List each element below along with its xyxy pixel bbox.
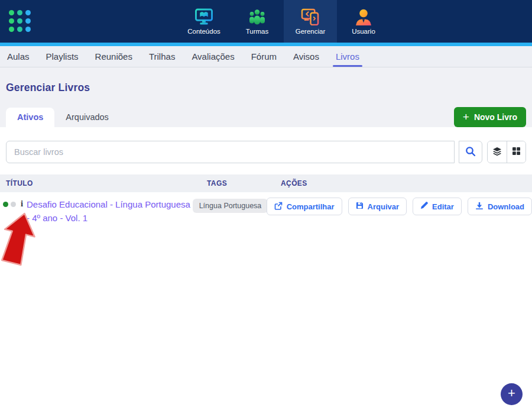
nav-item-turmas[interactable]: Turmas	[231, 0, 284, 43]
devices-code-icon	[301, 8, 320, 25]
subnav-item-avaliacoes[interactable]: Avaliações	[192, 46, 234, 67]
nav-item-usuario[interactable]: Usuario	[337, 0, 390, 43]
subnav-item-trilhas[interactable]: Trilhas	[149, 46, 175, 67]
plus-icon: +	[463, 111, 469, 122]
search-input[interactable]	[6, 141, 455, 163]
tab-arquivados[interactable]: Arquivados	[54, 108, 120, 127]
info-icon[interactable]: i	[16, 198, 23, 209]
nav-item-label: Turmas	[246, 28, 269, 35]
secondary-nav: Aulas Playlists Reuniões Trilhas Avaliaç…	[0, 46, 532, 67]
logo-dot	[9, 27, 14, 32]
subnav-item-aulas[interactable]: Aulas	[7, 46, 30, 67]
edit-label: Editar	[432, 202, 454, 211]
search-row	[0, 141, 532, 163]
monitor-book-icon	[194, 8, 213, 25]
logo-dot	[25, 18, 31, 24]
nav-item-conteudos[interactable]: Conteúdos	[177, 0, 231, 43]
logo-dot	[25, 10, 31, 15]
column-header-acoes: AÇÕES	[281, 179, 532, 187]
grid-view-button[interactable]	[507, 141, 525, 163]
content-panel: TÍTULO TAGS AÇÕES i Desafio Educacional …	[0, 127, 532, 414]
logo-dot	[9, 10, 14, 15]
book-title-link[interactable]: Desafio Educacional - Língua Portuguesa …	[23, 198, 193, 225]
logo-dot	[25, 27, 31, 32]
status-dot-green	[3, 202, 8, 207]
actions-cell: Compartilhar Arquivar Editar Download	[267, 198, 532, 225]
archive-button[interactable]: Arquivar	[348, 198, 407, 215]
plus-icon: +	[508, 387, 515, 400]
fab-add-button[interactable]: +	[501, 383, 523, 405]
list-view-button[interactable]	[488, 141, 507, 163]
app-grid-logo[interactable]	[9, 10, 31, 32]
logo-dot	[17, 10, 22, 15]
new-book-label: Novo Livro	[474, 112, 517, 122]
tags-cell: Língua Portuguesa	[193, 198, 267, 225]
user-icon	[355, 8, 372, 25]
layers-icon	[492, 147, 502, 158]
view-toggle-group	[487, 141, 526, 163]
subnav-item-avisos[interactable]: Avisos	[293, 46, 319, 67]
nav-item-label: Conteúdos	[187, 28, 220, 35]
save-icon	[356, 202, 364, 211]
pencil-icon	[420, 202, 428, 211]
table-header: TÍTULO TAGS AÇÕES	[0, 174, 532, 192]
main-nav: Conteúdos Turmas	[177, 0, 390, 43]
page-header-section: Gerenciar Livros Ativos Arquivados + Nov…	[0, 67, 532, 127]
subnav-item-playlists[interactable]: Playlists	[46, 46, 79, 67]
people-icon	[248, 8, 267, 25]
edit-button[interactable]: Editar	[413, 198, 462, 215]
tabs: Ativos Arquivados	[6, 108, 120, 127]
grid-icon	[512, 147, 521, 157]
logo-dot	[17, 27, 22, 32]
page-title: Gerenciar Livros	[0, 82, 532, 94]
download-icon	[475, 202, 484, 212]
download-label: Download	[488, 202, 524, 211]
column-header-tags: TAGS	[207, 179, 281, 187]
nav-item-label: Gerenciar	[296, 28, 326, 35]
tabs-row: Ativos Arquivados + Novo Livro	[0, 107, 532, 127]
tab-ativos[interactable]: Ativos	[6, 108, 54, 127]
logo-dot	[17, 18, 22, 24]
share-label: Compartilhar	[287, 202, 335, 211]
title-cell: i Desafio Educacional - Língua Portugues…	[0, 198, 193, 225]
status-dots	[3, 198, 16, 207]
search-icon	[465, 146, 476, 159]
nav-item-gerenciar[interactable]: Gerenciar	[284, 0, 337, 43]
search-button[interactable]	[459, 141, 482, 163]
download-button[interactable]: Download	[468, 198, 532, 215]
column-header-titulo: TÍTULO	[0, 179, 207, 187]
share-icon	[274, 202, 283, 212]
table-row: i Desafio Educacional - Língua Portugues…	[0, 192, 532, 225]
logo-dot	[9, 18, 14, 24]
share-button[interactable]: Compartilhar	[267, 198, 342, 215]
nav-item-label: Usuario	[352, 28, 375, 35]
new-book-button[interactable]: + Novo Livro	[454, 107, 526, 127]
subnav-item-reunioes[interactable]: Reuniões	[95, 46, 132, 67]
tag-pill: Língua Portuguesa	[193, 199, 268, 213]
status-dot-gray	[11, 202, 16, 207]
subnav-item-forum[interactable]: Fórum	[251, 46, 277, 67]
subnav-item-livros[interactable]: Livros	[336, 46, 359, 67]
top-navbar: Conteúdos Turmas	[0, 0, 532, 43]
archive-label: Arquivar	[368, 202, 399, 211]
